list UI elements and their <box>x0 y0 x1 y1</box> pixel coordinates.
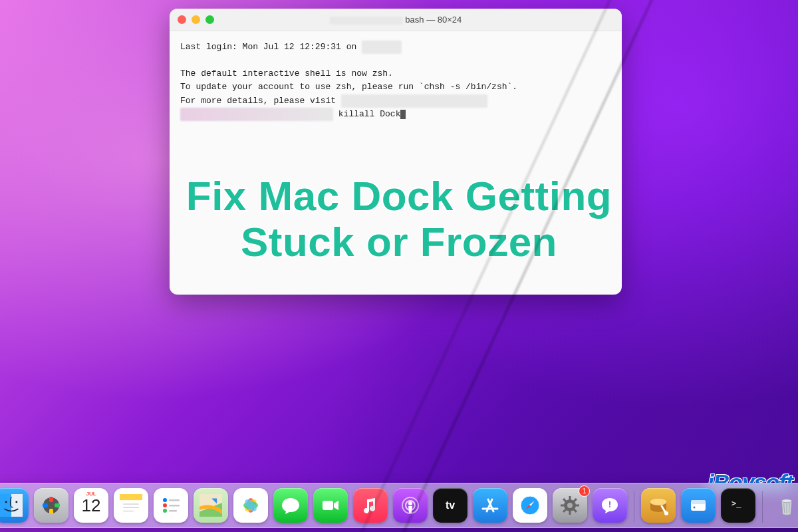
photos-icon <box>239 494 262 517</box>
podcasts-icon <box>399 494 422 517</box>
svg-point-13 <box>163 498 167 502</box>
tv-icon: tv <box>446 499 455 511</box>
svg-rect-7 <box>49 509 53 514</box>
svg-rect-8 <box>43 503 48 507</box>
dock-app-photos[interactable] <box>233 488 268 523</box>
terminal-window[interactable]: bash — 80×24 Last login: Mon Jul 12 12:2… <box>170 9 622 295</box>
disk-icon <box>647 494 670 517</box>
facetime-icon <box>319 494 342 517</box>
svg-rect-35 <box>569 511 571 515</box>
dock-app-calendar[interactable]: JUL 12 <box>74 488 108 523</box>
svg-rect-34 <box>569 496 571 500</box>
svg-point-2 <box>5 501 7 503</box>
feedback-icon: ! <box>598 494 621 517</box>
svg-rect-23 <box>323 501 333 510</box>
settings-badge: 1 <box>579 485 590 497</box>
svg-rect-9 <box>120 494 142 500</box>
svg-rect-5 <box>49 497 53 502</box>
svg-rect-12 <box>123 511 134 511</box>
cursor-icon <box>400 110 406 119</box>
dock-app-system-preferences[interactable]: 1 <box>553 488 587 523</box>
command-text: killall Dock <box>338 109 401 119</box>
calendar-day: 12 <box>82 495 101 516</box>
dock-app-messages[interactable] <box>273 488 308 523</box>
zsh-notice-line-1: The default interactive shell is now zsh… <box>180 68 393 78</box>
svg-text:>_: >_ <box>732 499 741 508</box>
svg-rect-47 <box>691 500 706 504</box>
dock-separator <box>634 491 634 523</box>
terminal-icon: >_ <box>727 494 749 517</box>
zsh-notice-line-2: To update your account to use zsh, pleas… <box>180 82 517 92</box>
dock-app-appstore[interactable] <box>473 488 507 523</box>
messages-icon <box>279 494 302 517</box>
safari-icon <box>519 494 541 517</box>
maps-icon <box>200 494 222 517</box>
svg-point-17 <box>163 509 167 513</box>
dock-separator-2 <box>762 491 763 523</box>
dock-app-trash[interactable] <box>769 488 798 523</box>
svg-rect-14 <box>169 499 180 501</box>
svg-point-45 <box>664 511 668 515</box>
svg-rect-37 <box>575 505 579 507</box>
dock-app-launchpad[interactable] <box>34 488 68 523</box>
dock-app-feedback[interactable]: ! <box>593 488 627 523</box>
reminders-icon <box>160 494 182 517</box>
svg-rect-16 <box>169 505 180 507</box>
svg-text:!: ! <box>608 500 611 509</box>
dock-app-finder[interactable] <box>0 488 29 523</box>
login-line: Last login: Mon Jul 12 12:29:31 on <box>180 42 402 52</box>
dock-app-terminal[interactable]: >_ <box>721 488 755 523</box>
terminal-body[interactable]: Last login: Mon Jul 12 12:29:31 on The d… <box>170 31 622 130</box>
music-icon <box>359 494 382 517</box>
dock-app-music[interactable] <box>353 488 388 523</box>
svg-point-26 <box>408 501 412 505</box>
dock-app-reminders[interactable] <box>154 488 188 523</box>
window-title: bash — 80×24 <box>170 15 622 25</box>
svg-rect-10 <box>123 503 139 504</box>
svg-point-50 <box>781 499 791 503</box>
dock-app-tv[interactable]: tv <box>433 488 467 523</box>
svg-point-44 <box>650 499 666 505</box>
zsh-notice-line-3: For more details, please visit <box>180 96 487 106</box>
dock-app-podcasts[interactable] <box>393 488 428 523</box>
svg-rect-18 <box>169 510 177 512</box>
svg-rect-0 <box>0 494 11 517</box>
svg-point-15 <box>163 503 167 507</box>
finder-icon <box>0 494 23 517</box>
desktop: bash — 80×24 Last login: Mon Jul 12 12:2… <box>0 0 798 532</box>
appstore-icon <box>479 494 501 517</box>
svg-rect-36 <box>561 505 565 507</box>
dock-app-notes[interactable] <box>114 488 148 523</box>
dock-app-disk[interactable] <box>641 488 676 523</box>
calendar-month: JUL <box>74 491 108 497</box>
svg-rect-11 <box>123 507 139 508</box>
titlebar[interactable]: bash — 80×24 <box>170 9 622 31</box>
gear-icon <box>559 494 581 517</box>
dock-app-iboysoft[interactable] <box>681 488 716 523</box>
svg-rect-1 <box>11 494 23 517</box>
prompt-line: killall Dock <box>180 109 406 119</box>
launchpad-icon <box>40 494 63 517</box>
dock-app-maps[interactable] <box>194 488 228 523</box>
dock[interactable]: JUL 12 <box>0 483 798 528</box>
svg-point-33 <box>567 503 573 508</box>
svg-point-3 <box>15 501 17 503</box>
svg-rect-6 <box>55 503 60 507</box>
drive-icon <box>687 494 710 517</box>
dock-app-facetime[interactable] <box>313 488 348 523</box>
svg-point-48 <box>694 507 696 509</box>
dock-container: JUL 12 <box>0 483 798 532</box>
dock-app-safari[interactable] <box>513 488 547 523</box>
trash-icon <box>775 494 798 517</box>
notes-icon <box>120 494 142 517</box>
